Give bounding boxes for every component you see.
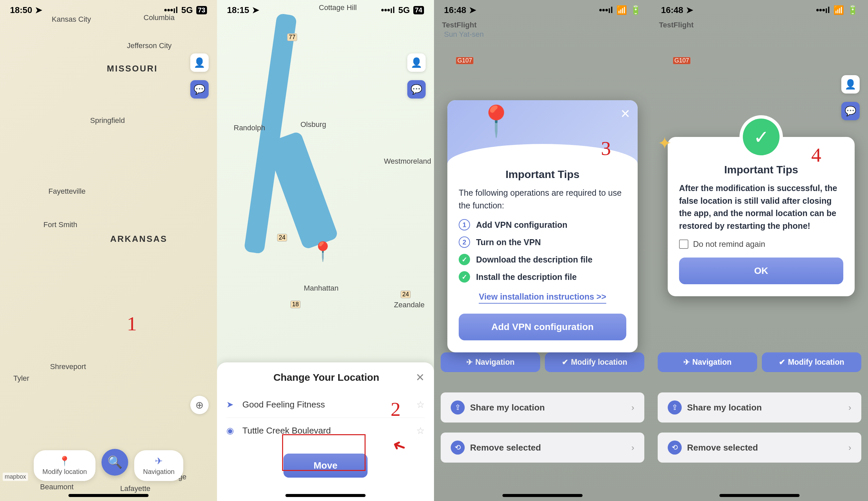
modify-location-button[interactable]: ✔Modify location [545,352,644,372]
route-shield: 18 [291,301,301,308]
signal-icon: •••ıl [164,5,178,15]
remove-icon: ⟲ [451,440,465,455]
city-label: Manhattan [304,284,338,292]
chat-button[interactable]: 💬 [190,80,209,98]
search-icon: 🔍 [108,455,122,469]
hand-pin-icon: 📍 [477,104,515,139]
paper-plane-icon: ✈ [155,456,163,467]
location-arrow-icon: ➤ [686,5,693,15]
chat-button[interactable]: 💬 [407,80,426,98]
do-not-remind-checkbox[interactable]: Do not remind again [679,239,843,249]
home-indicator[interactable] [285,494,366,497]
modify-location-button[interactable]: 📍 Modify location [34,450,96,481]
chevron-right-icon: › [848,403,851,413]
close-button[interactable]: ✕ [620,107,630,121]
crosshair-icon: ⊕ [195,399,204,411]
share-location-row[interactable]: ⇪ Share my location › [441,393,644,423]
profile-button[interactable]: 👤 [407,53,426,72]
screenshot-4: 16:48 ➤ •••ıl 📶 🔋 TestFlight G107 👤 💬 ✈N… [651,0,868,501]
home-indicator[interactable] [719,494,800,497]
modal-description: The following operations are required to… [459,187,626,212]
search-button[interactable]: 🔍 [101,449,128,476]
road-shield: G107 [673,57,691,64]
status-bar: 16:48 ➤ •••ıl 📶 🔋 [434,0,651,20]
battery-icon: 🔋 [847,5,858,15]
share-location-row[interactable]: ⇪ Share my location › [658,393,861,423]
city-label: Olsburg [301,120,326,129]
map-attribution: mapbox [3,472,28,481]
road-shield: G107 [456,57,474,64]
battery-icon: 73 [196,6,207,14]
city-label: Randolph [234,124,265,132]
location-label: Good Feeling Fitness [242,399,410,410]
share-icon: ⇪ [451,401,465,415]
wifi-icon: 📶 [833,5,844,15]
status-bar: 18:50 ➤ •••ıl 5G 73 [0,0,217,20]
city-label: Fort Smith [43,221,77,229]
checkbox-label: Do not remind again [693,239,765,249]
bottom-buttons: ✈Navigation ✔Modify location [441,352,644,372]
close-button[interactable]: ✕ [416,371,425,384]
step-item: ✓Install the description file [459,271,626,283]
city-label: Springfield [90,116,125,125]
city-label: Fayetteville [48,187,86,196]
location-arrow-icon: ➤ [35,5,42,15]
home-indicator[interactable] [502,494,583,497]
recenter-button[interactable]: ⊕ [190,396,209,414]
add-vpn-button[interactable]: Add VPN configuration [459,313,626,340]
check-icon: ✓ [459,254,470,265]
close-icon: ✕ [620,107,630,120]
state-label: MISSOURI [107,63,158,74]
status-time: 16:48 [661,5,683,15]
user-icon: 👤 [194,57,205,68]
check-icon: ✓ [459,271,470,283]
testflight-label: TestFlight [442,21,476,29]
pin-icon: 📍 [59,456,70,467]
profile-button[interactable]: 👤 [841,75,860,94]
step-item: ✓Download the description file [459,254,626,265]
chevron-right-icon: › [631,403,634,413]
battery-icon: 74 [413,6,424,14]
favorite-button[interactable]: ☆ [416,399,425,410]
bottom-buttons: ✈Navigation ✔Modify location [658,352,861,372]
paper-plane-icon: ✈ [683,358,690,367]
remove-selected-row[interactable]: ⟲ Remove selected › [441,433,644,462]
marker-icon: ◉ [226,426,236,436]
route-shield: 24 [277,234,287,242]
remove-selected-row[interactable]: ⟲ Remove selected › [658,433,861,462]
profile-button[interactable]: 👤 [190,53,209,72]
city-label: Lafayette [120,484,151,493]
city-label: Shreveport [50,362,86,371]
ok-button[interactable]: OK [679,257,843,284]
network-label: 5G [181,5,193,15]
button-label: Modify location [42,468,87,476]
install-instructions-link[interactable]: View installation instructions >> [479,292,606,303]
battery-icon: 🔋 [630,5,641,15]
cursor-icon: ➤ [226,399,236,410]
modal-title: Important Tips [459,168,626,181]
sheet-title: Change Your Location [237,372,416,383]
map-background[interactable] [0,0,217,501]
user-icon: 👤 [411,57,422,68]
city-label: Westmoreland [384,157,431,166]
home-indicator[interactable] [68,494,149,497]
chat-button[interactable]: 💬 [841,102,860,120]
chat-icon: 💬 [845,106,856,117]
sparkle-icon: ✦ [658,134,672,153]
signal-icon: •••ıl [599,5,613,15]
annotation-number: 1 [127,312,137,335]
navigation-button[interactable]: ✈ Navigation [134,450,183,481]
status-time: 18:15 [227,5,249,15]
favorite-button[interactable]: ☆ [416,425,425,436]
city-label: Jefferson City [127,41,172,50]
route-shield: 77 [287,33,297,41]
location-arrow-icon: ➤ [252,5,259,15]
close-icon: ✕ [416,371,425,383]
poi-label: Sun Yat-sen [444,30,484,39]
map-pin-icon[interactable]: 📍 [311,241,335,263]
modify-location-button[interactable]: ✔Modify location [762,352,861,372]
navigation-button[interactable]: ✈Navigation [441,352,540,372]
chevron-right-icon: › [631,443,634,453]
navigation-button[interactable]: ✈Navigation [658,352,757,372]
bottom-action-bar: 📍 Modify location 🔍 ✈ Navigation [0,450,217,481]
